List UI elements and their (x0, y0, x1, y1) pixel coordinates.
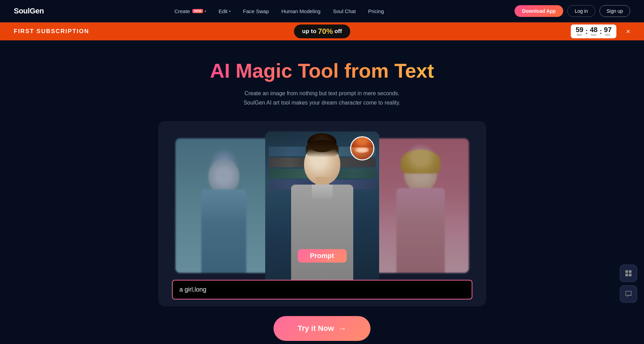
chevron-down-icon: ▾ (229, 9, 231, 13)
banner-offer-post: off (334, 28, 342, 35)
svg-rect-2 (625, 274, 628, 276)
timer-minutes: 59 Min (576, 26, 583, 37)
promo-banner: FIRST SUBSCRIPTION up to 70% off 59 Min … (0, 22, 644, 40)
app-icon (624, 269, 633, 277)
countdown-timer: 59 Min : 48 Sec : 97 MS (571, 24, 616, 38)
timer-ms-label: MS (605, 33, 611, 37)
banner-right: 59 Min : 48 Sec : 97 MS × (571, 24, 630, 38)
hero-subtitle-line1: Create an image from nothing but text pr… (243, 89, 400, 98)
face-avatar-image (351, 137, 373, 159)
chevron-down-icon: ▾ (204, 9, 206, 13)
timer-min-value: 59 (576, 26, 583, 33)
nav-item-create[interactable]: Create NEW ▾ (174, 8, 206, 14)
svg-rect-0 (625, 270, 628, 273)
timer-sec-value: 48 (590, 26, 597, 33)
nav-item-human-modeling[interactable]: Human Modeling (281, 8, 320, 14)
right-person-image (372, 138, 469, 273)
banner-close-button[interactable]: × (626, 28, 630, 36)
carousel-images: Prompt (165, 128, 479, 283)
timer-min-label: Min (577, 33, 582, 37)
timer-milliseconds: 97 MS (604, 26, 612, 37)
face-avatar-overlay (350, 136, 374, 160)
svg-rect-1 (629, 270, 632, 273)
hero-subtitle-line2: SoulGen AI art tool makes your dream cha… (243, 98, 400, 107)
carousel-image-right (372, 138, 469, 273)
timer-colon-2: : (599, 28, 602, 35)
signup-button[interactable]: Sign up (599, 5, 630, 17)
nav-item-soul-chat[interactable]: Soul Chat (333, 8, 356, 14)
logo[interactable]: SoulGen (14, 7, 44, 16)
svg-rect-3 (629, 274, 632, 276)
hero-subtitle: Create an image from nothing but text pr… (243, 89, 400, 107)
banner-offer-pre: up to (302, 28, 317, 35)
nav-label-human-modeling: Human Modeling (281, 8, 320, 14)
hero-section: AI Magic Tool from Text Create an image … (0, 40, 644, 344)
download-app-button[interactable]: Download App (515, 5, 563, 17)
timer-ms-value: 97 (604, 26, 612, 33)
floating-buttons (620, 265, 637, 303)
carousel-image-left (175, 138, 272, 273)
banner-text: FIRST SUBSCRIPTION (14, 28, 89, 35)
nav-label-edit: Edit (219, 8, 228, 14)
nav-label-soul-chat: Soul Chat (333, 8, 356, 14)
nav-links: Create NEW ▾ Edit ▾ Face Swap Human Mode… (174, 8, 384, 14)
banner-offer-value: 70% (318, 27, 333, 36)
timer-colon-1: : (585, 28, 588, 35)
carousel-image-center: Prompt (265, 131, 379, 283)
floating-app-button[interactable] (620, 265, 637, 282)
banner-offer: up to 70% off (294, 24, 350, 38)
arrow-icon: → (338, 324, 346, 333)
prompt-input-area (165, 280, 479, 306)
prompt-label: Prompt (298, 249, 347, 263)
nav-item-faceswap[interactable]: Face Swap (243, 8, 269, 14)
nav-label-create: Create (174, 8, 190, 14)
image-carousel: Prompt (158, 121, 486, 306)
login-button[interactable]: Log in (567, 5, 595, 17)
hero-title: AI Magic Tool from Text (210, 59, 434, 82)
timer-seconds: 48 Sec (590, 26, 597, 37)
chat-icon (624, 290, 633, 298)
floating-chat-button[interactable] (620, 285, 637, 303)
nav-label-pricing: Pricing (368, 8, 384, 14)
timer-sec-label: Sec (591, 33, 597, 37)
try-it-now-label: Try it Now (298, 324, 334, 333)
nav-item-pricing[interactable]: Pricing (368, 8, 384, 14)
left-person-image (175, 138, 272, 273)
cta-section: Try it Now → (273, 316, 371, 341)
new-badge: NEW (192, 9, 203, 13)
try-it-now-button[interactable]: Try it Now → (273, 316, 371, 341)
nav-label-faceswap: Face Swap (243, 8, 269, 14)
nav-item-edit[interactable]: Edit ▾ (219, 8, 231, 14)
prompt-input[interactable] (172, 280, 472, 299)
navbar: SoulGen Create NEW ▾ Edit ▾ Face Swap Hu… (0, 0, 644, 22)
nav-right: Download App Log in Sign up (515, 5, 630, 17)
